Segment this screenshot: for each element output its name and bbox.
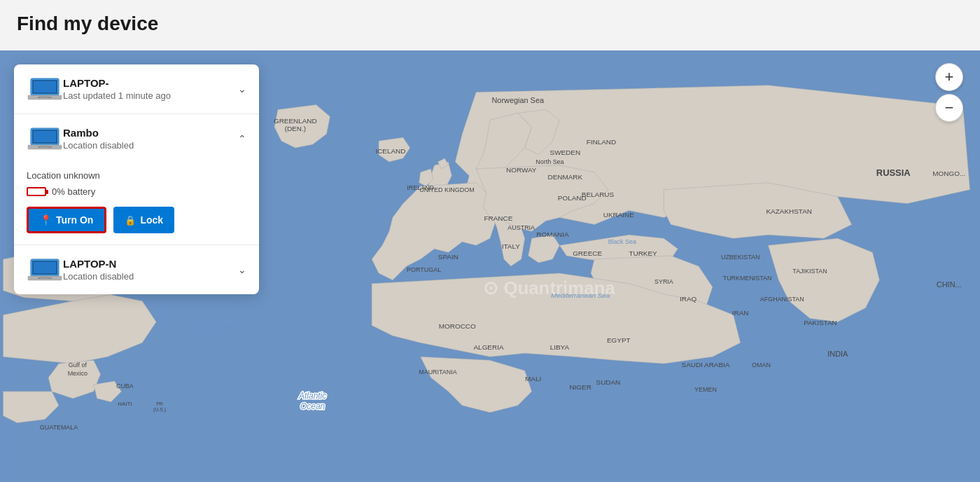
label-algeria: ALGERIA (474, 343, 504, 351)
battery-text: 0% battery (52, 186, 95, 197)
svg-rect-3 (34, 81, 56, 92)
label-gulf-mexico2: Mexico (68, 370, 88, 377)
label-china: CHIN... (937, 280, 962, 289)
laptop-icon-1 (27, 76, 63, 102)
label-portugal: PORTUGAL (407, 266, 441, 273)
page-title: Find my device (17, 13, 963, 35)
label-pr2: (U.S.) (153, 407, 166, 413)
label-pr: PR (156, 401, 163, 406)
label-syria: SYRIA (654, 278, 673, 285)
label-belarus: BELARUS (582, 191, 615, 198)
svg-rect-9 (34, 131, 56, 142)
svg-rect-6 (41, 96, 49, 98)
label-mongolia: MONGO... (932, 170, 965, 177)
label-uzbekistan: UZBEKISTAN (721, 254, 760, 261)
label-norway: NORWAY (506, 166, 537, 174)
device-info-laptop2: LAPTOP-N Location disabled (63, 258, 232, 282)
action-buttons: 📍 Turn On 🔒 Lock (27, 207, 246, 233)
label-mali: MALI (525, 375, 541, 383)
label-afghanistan: AFGHANISTAN (760, 296, 804, 303)
map-container: Norwegian Sea GREENLAND (DEN.) ICELAND R… (0, 50, 980, 482)
label-morocco: MOROCCO (439, 322, 476, 330)
svg-rect-12 (41, 146, 49, 148)
device-name-laptop1: LAPTOP- (63, 77, 232, 89)
chevron-laptop2: ⌄ (238, 264, 246, 275)
label-ocean: Ocean (300, 401, 325, 411)
device-status-laptop1: Last updated 1 minute ago (63, 90, 232, 101)
lock-icon: 🔒 (125, 215, 136, 226)
label-egypt: EGYPT (607, 336, 631, 344)
label-black-sea: Black Sea (608, 238, 636, 245)
label-libya: LIBYA (550, 343, 570, 351)
label-sweden: SWEDEN (550, 149, 581, 156)
label-denmark: DENMARK (547, 173, 582, 181)
location-unknown-text: Location unknown (27, 170, 246, 181)
label-spain: SPAIN (438, 253, 458, 261)
label-gulf-mexico: Gulf of (69, 362, 88, 369)
label-sargasso: Sargasso Sea (190, 322, 234, 330)
device-info-rambo: Rambo Location disabled (63, 127, 232, 151)
lock-button[interactable]: 🔒 Lock (113, 207, 174, 233)
label-iran: IRAN (732, 309, 749, 317)
label-greenland2: (DEN.) (285, 125, 306, 132)
zoom-out-button[interactable]: − (935, 94, 963, 122)
label-india: INDIA (827, 350, 848, 358)
lock-label: Lock (140, 214, 163, 226)
label-kazakhstan: KAZAKHSTAN (766, 207, 812, 215)
battery-row: 0% battery (27, 186, 246, 197)
label-romania: ROMANIA (536, 230, 569, 238)
label-guatemala: GUATEMALA (40, 424, 78, 431)
label-north-sea: North Sea (536, 158, 564, 165)
turn-on-button[interactable]: 📍 Turn On (27, 207, 106, 233)
device-item-laptop2[interactable]: LAPTOP-N Location disabled ⌄ (14, 245, 259, 294)
map-controls: + − (935, 63, 963, 122)
label-yemen: YEMEN (694, 386, 717, 393)
label-iceland: ICELAND (375, 147, 405, 155)
label-france: FRANCE (484, 214, 513, 222)
label-oman: OMAN (752, 362, 771, 369)
device-item-laptop1[interactable]: LAPTOP- Last updated 1 minute ago ⌄ (14, 64, 259, 114)
label-russia: RUSSIA (876, 167, 911, 178)
label-tajikistan: TAJIKISTAN (792, 268, 827, 275)
device-info-laptop1: LAPTOP- Last updated 1 minute ago (63, 77, 232, 101)
device-panel: LAPTOP- Last updated 1 minute ago ⌄ Ramb… (14, 64, 259, 294)
chevron-laptop1: ⌄ (238, 83, 246, 95)
device-status-laptop2: Location disabled (63, 271, 232, 282)
device-name-laptop2: LAPTOP-N (63, 258, 232, 270)
label-niger: NIGER (569, 383, 591, 391)
laptop-icon-rambo (27, 125, 63, 152)
rambo-expanded: Location unknown 0% battery 📍 Turn On 🔒 … (14, 163, 259, 245)
label-greece: GREECE (573, 249, 602, 257)
chevron-rambo: ⌃ (238, 133, 246, 144)
device-item-rambo[interactable]: Rambo Location disabled ⌃ (14, 114, 259, 163)
label-pakistan: PAKISTAN (804, 319, 837, 326)
zoom-in-button[interactable]: + (935, 63, 963, 91)
device-status-rambo: Location disabled (63, 140, 232, 151)
label-saudi: SAUDI ARABIA (682, 361, 730, 369)
label-ukraine: UKRAINE (603, 211, 634, 219)
svg-rect-15 (34, 262, 56, 273)
label-austria: AUSTRIA (507, 224, 535, 231)
label-atlantic: Atlantic (298, 391, 326, 401)
label-finland: FINLAND (587, 138, 616, 146)
label-turkmenistan: TURKMENISTAN (723, 275, 772, 282)
device-name-rambo: Rambo (63, 127, 232, 139)
watermark: ⊙ Quantrimana (483, 278, 615, 298)
label-poland: POLAND (558, 194, 587, 202)
location-pin-icon: 📍 (40, 214, 52, 226)
label-iraq: IRAQ (680, 295, 697, 303)
laptop-icon-2 (27, 256, 63, 283)
label-turkey: TURKEY (629, 249, 657, 257)
page-header: Find my device (0, 0, 980, 45)
svg-rect-18 (41, 277, 49, 279)
label-norwegian-sea: Norwegian Sea (491, 96, 545, 104)
label-mauritania: MAURITANIA (419, 369, 456, 376)
label-cuba: CUBA (116, 383, 134, 390)
label-italy: ITALY (502, 242, 520, 250)
label-ireland: IRELAND (407, 184, 434, 191)
turn-on-label: Turn On (56, 214, 93, 226)
label-greenland: GREENLAND (274, 117, 317, 125)
label-sudan: SUDAN (596, 378, 621, 386)
battery-icon (27, 187, 46, 196)
label-haiti: HAITI (118, 401, 132, 407)
